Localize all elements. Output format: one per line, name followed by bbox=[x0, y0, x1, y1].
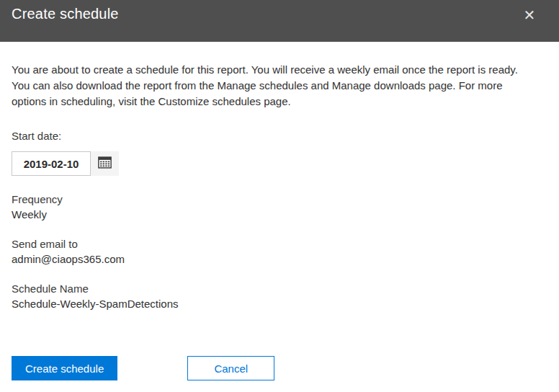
calendar-picker-button[interactable] bbox=[91, 151, 119, 176]
schedule-description: You are about to create a schedule for t… bbox=[12, 62, 539, 110]
send-email-field: Send email to admin@ciaops365.com bbox=[12, 237, 539, 267]
frequency-value: Weekly bbox=[12, 207, 539, 223]
schedule-name-field: Schedule Name Schedule-Weekly-SpamDetect… bbox=[12, 282, 539, 312]
date-picker-control bbox=[12, 151, 119, 176]
cancel-button[interactable]: Cancel bbox=[187, 356, 274, 380]
page-title: Create schedule bbox=[12, 4, 119, 23]
calendar-icon bbox=[98, 156, 112, 172]
close-button[interactable]: ✕ bbox=[520, 6, 539, 24]
create-schedule-dialog: Create schedule ✕ You are about to creat… bbox=[0, 0, 559, 392]
close-icon: ✕ bbox=[524, 7, 536, 23]
start-date-input[interactable] bbox=[12, 151, 91, 176]
frequency-field: Frequency Weekly bbox=[12, 192, 539, 223]
send-email-label: Send email to bbox=[12, 237, 539, 251]
frequency-label: Frequency bbox=[12, 192, 539, 207]
dialog-footer: Create schedule Cancel bbox=[12, 356, 274, 380]
start-date-label: Start date: bbox=[12, 129, 539, 143]
create-schedule-button[interactable]: Create schedule bbox=[12, 356, 117, 380]
schedule-name-label: Schedule Name bbox=[12, 282, 539, 296]
dialog-header: Create schedule ✕ bbox=[0, 0, 559, 42]
schedule-name-value: Schedule-Weekly-SpamDetections bbox=[12, 296, 539, 312]
send-email-value: admin@ciaops365.com bbox=[12, 251, 539, 267]
dialog-body: You are about to create a schedule for t… bbox=[0, 42, 559, 312]
